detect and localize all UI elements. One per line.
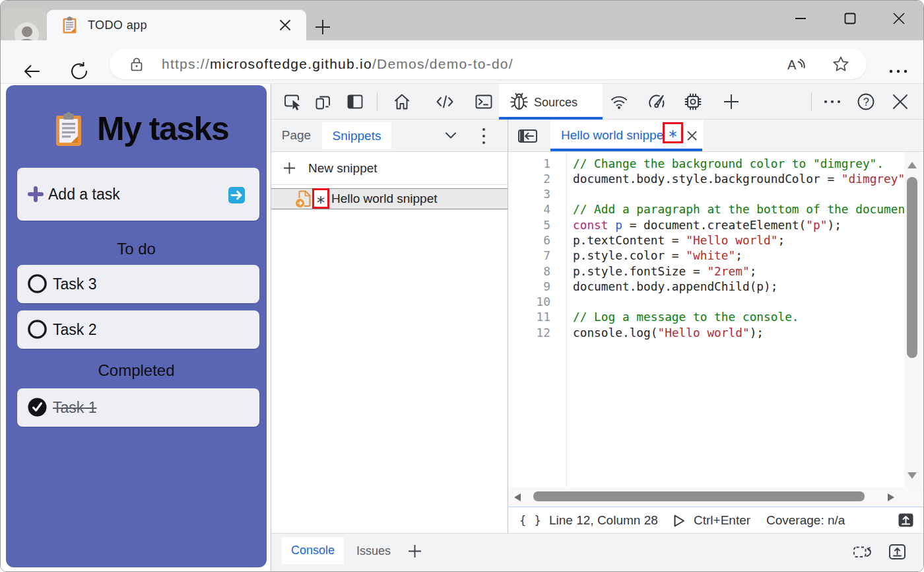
url[interactable]: https://microsoftedge.github.io/Demos/de… bbox=[162, 49, 513, 79]
code-line[interactable] bbox=[573, 186, 904, 201]
todo-app-title: My tasks bbox=[97, 110, 228, 148]
code-line[interactable]: document.body.appendChild(p); bbox=[573, 279, 904, 294]
new-snippet-button[interactable]: New snippet bbox=[271, 152, 508, 184]
drawer-add-tab-icon[interactable] bbox=[408, 544, 422, 558]
tab-sources[interactable]: Sources bbox=[499, 84, 603, 120]
new-tab-icon[interactable] bbox=[314, 19, 332, 35]
devtools-toolbar: Sources bbox=[271, 84, 924, 120]
device-emulation-icon[interactable] bbox=[314, 92, 333, 112]
horizontal-scroll-thumb[interactable] bbox=[533, 491, 865, 501]
refresh-icon[interactable] bbox=[70, 62, 88, 81]
devtools-menu-icon[interactable] bbox=[822, 92, 842, 112]
add-task-button[interactable]: Add a task bbox=[17, 168, 259, 221]
console-icon[interactable] bbox=[474, 92, 494, 112]
task-checkbox-icon[interactable] bbox=[28, 320, 47, 339]
favorites-star-icon[interactable] bbox=[832, 55, 849, 73]
tab-issues[interactable]: Issues bbox=[356, 534, 391, 568]
task-checked-icon[interactable] bbox=[28, 398, 47, 417]
snippet-file-icon bbox=[295, 190, 313, 208]
maximize-icon[interactable] bbox=[843, 11, 857, 26]
activity-refresh-icon[interactable] bbox=[853, 545, 871, 559]
minimize-icon[interactable] bbox=[793, 11, 808, 26]
code-line[interactable]: // Log a message to the console. bbox=[573, 309, 904, 324]
code-token-plain: ; bbox=[735, 248, 742, 262]
task-item-completed[interactable]: Task 1 bbox=[17, 388, 259, 427]
run-shortcut: Ctrl+Enter bbox=[694, 507, 750, 534]
task-label: Task 1 bbox=[53, 388, 96, 427]
code-editor[interactable]: 123456789101112 // Change the background… bbox=[508, 152, 924, 488]
line-number: 7 bbox=[508, 248, 550, 263]
editor-status-bar: { } Line 12, Column 28 Ctrl+Enter Covera… bbox=[508, 507, 924, 533]
vertical-scroll-thumb[interactable] bbox=[907, 177, 917, 358]
tab-console[interactable]: Console bbox=[282, 537, 344, 564]
code-line[interactable]: p.style.color = "white"; bbox=[573, 248, 904, 263]
tab-snippets[interactable]: Snippets bbox=[322, 122, 391, 149]
code-line[interactable]: p.style.fontSize = "2rem"; bbox=[573, 264, 904, 279]
task-item[interactable]: Task 2 bbox=[17, 310, 259, 349]
browser-tab[interactable]: TODO app bbox=[47, 10, 306, 40]
scroll-up-icon[interactable] bbox=[907, 161, 917, 169]
url-scheme: https:// bbox=[162, 56, 210, 71]
editor-tab-close-icon[interactable] bbox=[686, 130, 698, 141]
tab-page[interactable]: Page bbox=[277, 120, 316, 151]
editor-tab-title: Hello world snippet bbox=[561, 120, 667, 151]
help-icon[interactable]: ? bbox=[856, 92, 876, 112]
performance-icon[interactable] bbox=[647, 92, 667, 112]
line-number: 2 bbox=[508, 171, 550, 186]
import-file-icon[interactable] bbox=[898, 513, 913, 527]
unsaved-marker: * bbox=[317, 193, 325, 212]
dock-side-icon[interactable] bbox=[345, 92, 365, 112]
gutter: 123456789101112 bbox=[508, 156, 550, 341]
unsaved-marker-callout: * bbox=[312, 188, 329, 209]
run-snippet-icon[interactable] bbox=[671, 513, 686, 528]
chevron-down-icon[interactable] bbox=[444, 131, 457, 140]
editor-pane: Hello world snippet * 123456789101112 //… bbox=[508, 120, 924, 533]
code-line[interactable]: p.textContent = "Hello world"; bbox=[573, 232, 904, 248]
scroll-right-icon[interactable] bbox=[887, 493, 895, 502]
code-line[interactable]: document.body.style.backgroundColor = "d… bbox=[573, 171, 904, 186]
inspect-icon[interactable] bbox=[282, 92, 302, 112]
network-conditions-icon[interactable] bbox=[609, 92, 629, 112]
toolbar-separator bbox=[377, 92, 378, 111]
navigator-pane: Page Snippets New snippet bbox=[271, 120, 508, 533]
devtools-drawer: Console Issues bbox=[271, 533, 924, 572]
elements-icon[interactable] bbox=[435, 92, 455, 112]
browser-window: TODO app bbox=[0, 0, 924, 572]
tab-close-icon[interactable] bbox=[278, 18, 292, 32]
add-task-label: Add a task bbox=[48, 168, 120, 221]
scroll-left-icon[interactable] bbox=[513, 493, 521, 502]
code-line[interactable]: console.log("Hello world"); bbox=[573, 325, 904, 340]
submit-task-button[interactable] bbox=[228, 187, 245, 203]
address-bar[interactable]: https://microsoftedge.github.io/Demos/de… bbox=[110, 49, 867, 79]
expand-panel-icon[interactable] bbox=[889, 544, 906, 559]
home-icon[interactable] bbox=[392, 92, 412, 112]
more-tools-plus-icon[interactable] bbox=[721, 92, 741, 112]
vertical-scrollbar[interactable] bbox=[904, 152, 920, 488]
code-line[interactable]: // Change the background color to "dimgr… bbox=[573, 156, 904, 171]
code-line[interactable]: const p = document.createElement("p"); bbox=[573, 217, 904, 232]
code-token-plain: ); bbox=[827, 218, 841, 232]
window-close-icon[interactable] bbox=[892, 11, 906, 26]
devtools-close-icon[interactable] bbox=[890, 92, 910, 112]
horizontal-scrollbar[interactable] bbox=[508, 487, 924, 507]
read-aloud-letter: A bbox=[787, 57, 797, 72]
code-line[interactable]: // Add a paragraph at the bottom of the … bbox=[573, 201, 904, 217]
code-line[interactable] bbox=[573, 294, 904, 309]
read-aloud-icon[interactable]: A bbox=[787, 56, 805, 73]
scroll-down-icon[interactable] bbox=[907, 472, 917, 480]
pretty-print-icon[interactable]: { } bbox=[519, 507, 542, 534]
code-token-string: "p" bbox=[806, 218, 827, 232]
back-icon[interactable] bbox=[22, 62, 41, 81]
editor-tab[interactable]: Hello world snippet * bbox=[550, 120, 704, 151]
line-number: 4 bbox=[508, 201, 550, 217]
snippet-list-item[interactable]: * Hello world snippet bbox=[271, 188, 508, 209]
cpu-icon[interactable] bbox=[683, 92, 703, 112]
task-item[interactable]: Task 3 bbox=[17, 265, 259, 303]
active-tab-underline bbox=[550, 149, 702, 151]
navigator-menu-icon[interactable] bbox=[481, 126, 486, 146]
profile-button[interactable] bbox=[2, 9, 47, 40]
browser-menu-icon[interactable] bbox=[889, 69, 908, 73]
hide-navigator-icon[interactable] bbox=[518, 129, 537, 143]
lock-icon[interactable] bbox=[130, 57, 143, 71]
task-checkbox-icon[interactable] bbox=[28, 274, 47, 293]
